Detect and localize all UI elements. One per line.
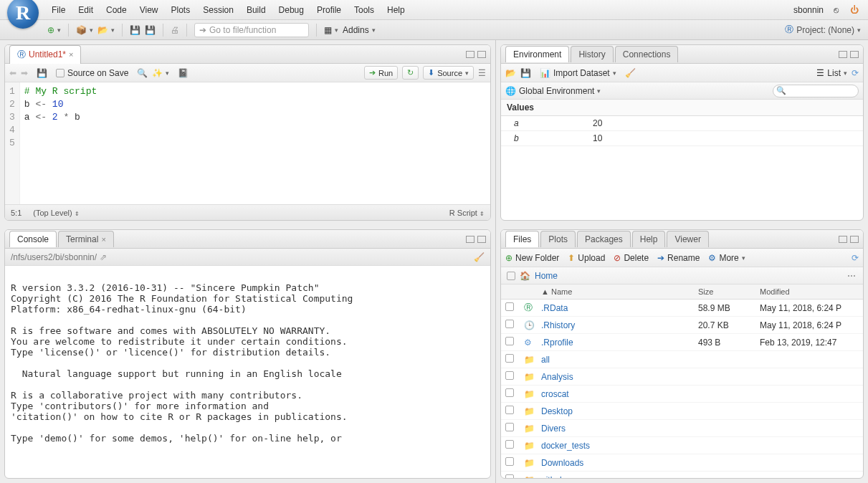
broom-icon[interactable]: 🧹 (474, 252, 485, 262)
file-checkbox[interactable] (505, 423, 514, 431)
menu-tools[interactable]: Tools (354, 5, 374, 15)
tab-history[interactable]: History (571, 46, 613, 62)
file-checkbox[interactable] (505, 354, 514, 363)
tab-help[interactable]: Help (632, 231, 666, 247)
find-button[interactable]: 🔍 (137, 68, 148, 78)
signout-icon[interactable]: ⎋ (829, 4, 842, 16)
pane-window-buttons[interactable] (839, 236, 859, 243)
notebook-button[interactable]: 📓 (178, 68, 189, 78)
tab-environment[interactable]: Environment (505, 46, 569, 62)
rename-button[interactable]: ➔Rename (657, 253, 700, 263)
path-popout-icon[interactable]: ⇗ (100, 252, 107, 262)
close-tab-icon[interactable]: × (69, 50, 73, 59)
file-checkbox[interactable] (505, 337, 514, 345)
col-modified[interactable]: Modified (755, 284, 863, 299)
tab-packages[interactable]: Packages (577, 231, 631, 247)
breadcrumb-more[interactable]: ⋯ (847, 271, 857, 281)
source-on-save-checkbox[interactable]: Source on Save (56, 68, 128, 78)
file-row[interactable]: ⚙.Rprofile493 BFeb 13, 2019, 12:47 (501, 334, 863, 351)
save-button[interactable]: 💾 (130, 25, 140, 35)
goto-file-input[interactable]: ➔ Go to file/function (194, 23, 309, 37)
tab-plots[interactable]: Plots (540, 231, 576, 247)
save-all-button[interactable]: 💾 (145, 25, 156, 35)
code-editor[interactable]: 12345 # My R scriptb <- 10a <- 2 * b (5, 82, 490, 204)
save-source-button[interactable]: 💾 (37, 68, 47, 78)
file-checkbox[interactable] (505, 302, 514, 311)
menu-code[interactable]: Code (106, 5, 127, 15)
env-row[interactable]: a20 (501, 116, 863, 131)
file-name-link[interactable]: docker_tests (541, 441, 590, 451)
file-row[interactable]: 📁all (501, 351, 863, 368)
file-row[interactable]: 📁Downloads (501, 454, 863, 472)
menu-profile[interactable]: Profile (317, 5, 341, 15)
menu-help[interactable]: Help (387, 5, 405, 15)
new-project-button[interactable]: 📦▾ (76, 25, 93, 35)
file-name-link[interactable]: Downloads (541, 458, 583, 468)
file-name-link[interactable]: github_reps (541, 475, 586, 479)
file-row[interactable]: 📁Analysis (501, 368, 863, 386)
file-row[interactable]: 🕒.Rhistory20.7 KBMay 11, 2018, 6:24 P (501, 317, 863, 334)
tab-connections[interactable]: Connections (615, 46, 679, 62)
file-name-link[interactable]: croscat (541, 389, 569, 399)
file-name-link[interactable]: Divers (541, 424, 566, 434)
source-button[interactable]: ⬇Source ▾ (423, 66, 474, 80)
tab-console[interactable]: Console (9, 231, 57, 247)
file-name-link[interactable]: all (541, 355, 550, 365)
upload-button[interactable]: ⬆Upload (568, 253, 605, 263)
file-name-link[interactable]: .RData (541, 303, 568, 313)
file-name-link[interactable]: .Rprofile (541, 338, 573, 348)
more-button[interactable]: ⚙More ▾ (708, 253, 745, 263)
file-name-link[interactable]: .Rhistory (541, 320, 575, 330)
rerun-button[interactable]: ↻ (402, 66, 419, 80)
file-name-link[interactable]: Desktop (541, 406, 573, 416)
pane-window-buttons[interactable] (466, 51, 486, 58)
new-file-button[interactable]: ⊕▾ (47, 25, 61, 35)
list-view-button[interactable]: ☰ List ▾ (816, 68, 847, 78)
file-row[interactable]: 📁docker_tests (501, 437, 863, 454)
tab-viewer[interactable]: Viewer (667, 231, 708, 247)
delete-button[interactable]: ⊘Delete (614, 253, 649, 263)
menu-file[interactable]: File (52, 5, 65, 15)
language-selector[interactable]: R Script ⇕ (449, 209, 485, 217)
console-output[interactable]: R version 3.3.2 (2016-10-31) -- "Sincere… (5, 266, 490, 478)
file-checkbox[interactable] (505, 388, 514, 397)
col-size[interactable]: Size (694, 284, 755, 299)
outline-button[interactable]: ☰ (478, 68, 486, 78)
save-workspace-button[interactable]: 💾 (520, 68, 531, 78)
forward-button[interactable]: ➡ (21, 68, 28, 78)
close-terminal-icon[interactable]: × (101, 235, 105, 244)
back-button[interactable]: ⬅ (9, 68, 16, 78)
file-checkbox[interactable] (505, 440, 514, 449)
env-scope-selector[interactable]: 🌐 Global Environment ▾ (505, 86, 601, 96)
import-dataset-button[interactable]: 📊 Import Dataset ▾ (540, 68, 616, 78)
scope-selector[interactable]: (Top Level) ⇕ (33, 209, 79, 217)
file-row[interactable]: 📁Divers (501, 420, 863, 437)
clear-env-button[interactable]: 🧹 (625, 68, 636, 78)
power-icon[interactable]: ⏻ (848, 4, 861, 16)
menu-edit[interactable]: Edit (78, 5, 93, 15)
tab-files[interactable]: Files (505, 231, 539, 247)
menu-plots[interactable]: Plots (171, 5, 191, 15)
file-checkbox[interactable] (505, 474, 514, 478)
print-button[interactable]: 🖨 (171, 25, 179, 35)
file-name-link[interactable]: Analysis (541, 372, 573, 382)
file-checkbox[interactable] (505, 371, 514, 380)
file-row[interactable]: 📁github_reps (501, 472, 863, 478)
wand-button[interactable]: ✨▾ (152, 68, 169, 78)
new-folder-button[interactable]: ⊕New Folder (505, 253, 559, 263)
run-button[interactable]: ➔Run (364, 66, 398, 80)
env-search-input[interactable] (773, 85, 859, 97)
project-selector[interactable]: Ⓡ Project: (None) ▾ (785, 24, 861, 36)
menu-view[interactable]: View (140, 5, 158, 15)
file-checkbox[interactable] (505, 406, 514, 414)
select-all-checkbox[interactable] (507, 272, 515, 280)
pane-window-buttons[interactable] (466, 236, 486, 243)
home-icon[interactable]: 🏠 (520, 271, 530, 281)
tab-terminal[interactable]: Terminal × (58, 231, 114, 247)
source-tab[interactable]: Ⓡ Untitled1* × (9, 45, 81, 64)
file-checkbox[interactable] (505, 320, 514, 328)
env-row[interactable]: b10 (501, 131, 863, 146)
file-row[interactable]: Ⓡ.RData58.9 MBMay 11, 2018, 6:24 P (501, 300, 863, 317)
menu-debug[interactable]: Debug (279, 5, 304, 15)
file-row[interactable]: 📁croscat (501, 386, 863, 403)
